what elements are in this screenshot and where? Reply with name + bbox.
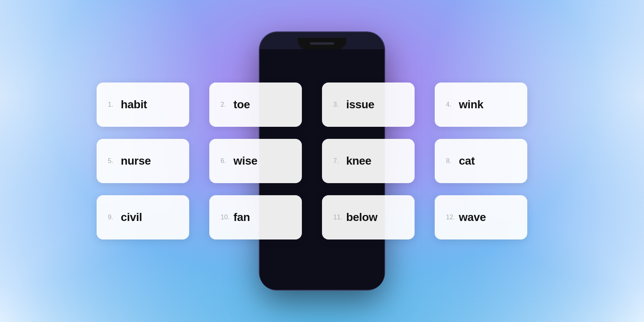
word-card-3[interactable]: 3.issue — [322, 83, 415, 127]
word-card-9[interactable]: 9.civil — [97, 195, 189, 239]
word-card-5[interactable]: 5.nurse — [97, 139, 189, 183]
card-word-1: habit — [121, 98, 147, 111]
cards-grid: 1.habit2.toe3.issue4.wink5.nurse6.wise7.… — [97, 83, 547, 239]
card-number-10: 10. — [221, 214, 233, 221]
word-card-10[interactable]: 10.fan — [209, 195, 302, 239]
card-number-3: 3. — [333, 101, 346, 108]
card-number-5: 5. — [108, 157, 121, 165]
card-number-1: 1. — [108, 101, 121, 108]
word-card-8[interactable]: 8.cat — [435, 139, 527, 183]
card-word-7: knee — [346, 155, 372, 167]
word-card-1[interactable]: 1.habit — [97, 83, 189, 127]
card-word-10: fan — [233, 211, 250, 224]
card-word-11: below — [346, 211, 378, 224]
cards-container: 1.habit2.toe3.issue4.wink5.nurse6.wise7.… — [0, 0, 644, 322]
word-card-6[interactable]: 6.wise — [209, 139, 302, 183]
word-card-2[interactable]: 2.toe — [209, 83, 302, 127]
card-word-4: wink — [459, 98, 483, 111]
card-word-2: toe — [233, 98, 250, 111]
card-word-3: issue — [346, 98, 374, 111]
word-card-7[interactable]: 7.knee — [322, 139, 415, 183]
card-number-4: 4. — [446, 101, 459, 108]
card-number-8: 8. — [446, 157, 459, 165]
word-card-4[interactable]: 4.wink — [435, 83, 527, 127]
card-number-11: 11. — [333, 214, 346, 221]
word-card-12[interactable]: 12.wave — [435, 195, 527, 239]
word-card-11[interactable]: 11.below — [322, 195, 415, 239]
card-number-6: 6. — [221, 157, 233, 165]
card-word-8: cat — [459, 155, 475, 167]
card-number-2: 2. — [221, 101, 233, 108]
card-number-7: 7. — [333, 157, 346, 165]
card-word-9: civil — [121, 211, 142, 224]
card-word-12: wave — [459, 211, 486, 224]
card-number-12: 12. — [446, 214, 459, 221]
card-number-9: 9. — [108, 214, 121, 221]
card-word-5: nurse — [121, 155, 151, 167]
card-word-6: wise — [233, 155, 258, 167]
